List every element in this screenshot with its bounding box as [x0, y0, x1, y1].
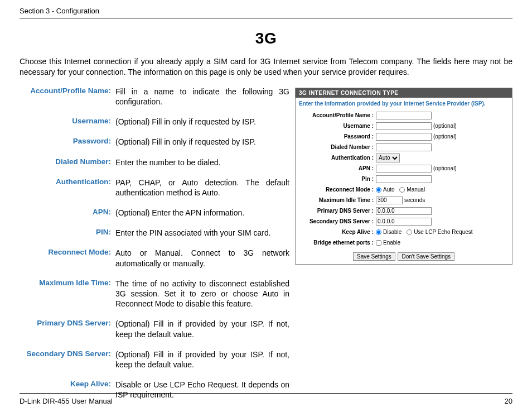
def-label: Secondary DNS Server: — [20, 349, 115, 370]
radio-label-lcp: Use LCP Echo Request — [414, 229, 472, 235]
label-pin: Pin : — [299, 176, 376, 182]
def-row: Secondary DNS Server:(Optional) Fill in … — [20, 349, 289, 370]
panel-subtitle: Enter the information provided by your I… — [296, 98, 512, 111]
label-apn: APN : — [299, 165, 376, 171]
input-idle[interactable] — [376, 197, 403, 204]
config-panel: 3G INTERNET CONNECTION TYPE Enter the in… — [295, 88, 512, 265]
footer-left: D-Link DIR-455 User Manual — [20, 397, 113, 405]
radio-label-manual: Manual — [407, 186, 425, 193]
def-desc: Enter the PIN associated with your SIM c… — [115, 228, 289, 238]
def-label: Maximum Idle Time: — [20, 279, 115, 309]
label-bridge: Bridge ethernet ports : — [299, 239, 376, 246]
def-row: APN:(Optional) Enter the APN information… — [20, 208, 289, 218]
label-account: Account/Profile Name : — [299, 112, 376, 118]
radio-ka-disable[interactable] — [376, 229, 381, 235]
input-pin[interactable] — [376, 175, 432, 183]
def-label: PIN: — [20, 228, 115, 238]
save-settings-button[interactable]: Save Settings — [353, 252, 395, 261]
def-row: Authentication:PAP, CHAP, or Auto detect… — [20, 178, 289, 198]
label-dialed: Dialed Number : — [299, 144, 376, 150]
input-dialed[interactable] — [376, 143, 432, 151]
select-auth[interactable]: Auto — [376, 154, 400, 162]
checkbox-label-enable: Enable — [383, 239, 400, 246]
def-row: Username:(Optional) Fill in only if requ… — [20, 117, 289, 127]
def-desc: Fill in a name to indicate the following… — [115, 87, 289, 107]
optional-hint: (optional) — [433, 133, 457, 140]
label-sdns: Secondary DNS Server : — [299, 218, 376, 224]
dont-save-settings-button[interactable]: Don't Save Settings — [398, 252, 454, 261]
page-footer: D-Link DIR-455 User Manual 20 — [20, 393, 512, 405]
def-row: Dialed Number:Enter the number to be dia… — [20, 157, 289, 167]
def-label: APN: — [20, 208, 115, 218]
def-label: Username: — [20, 117, 115, 127]
def-row: Password:(Optional) Fill in only if requ… — [20, 137, 289, 147]
def-label: Authentication: — [20, 178, 115, 198]
def-desc: The time of no activity to disconnect es… — [115, 279, 289, 309]
label-auth: Authentication : — [299, 155, 376, 161]
input-pdns[interactable] — [376, 207, 432, 215]
label-pdns: Primary DNS Server : — [299, 208, 376, 214]
section-header: Section 3 - Configuration — [20, 7, 512, 18]
optional-hint: (optional) — [433, 123, 457, 129]
def-desc: (Optional) Fill in only if requested by … — [115, 117, 289, 127]
footer-right: 20 — [505, 397, 512, 405]
def-desc: (Optional) Fill in only if requested by … — [115, 137, 289, 147]
def-row: Maximum Idle Time:The time of no activit… — [20, 279, 289, 309]
label-username: Username : — [299, 123, 376, 129]
def-label: Primary DNS Server: — [20, 319, 115, 339]
label-idle: Maximum Idle Time : — [299, 197, 376, 203]
def-row: Reconnect Mode:Auto or Manual. Connect t… — [20, 248, 289, 268]
radio-reconnect-auto[interactable] — [376, 187, 381, 193]
def-label: Password: — [20, 137, 115, 147]
def-row: Bridge Ethernet Ports:Activate this feat… — [20, 410, 289, 412]
def-label: Bridge Ethernet Ports: — [20, 410, 115, 412]
def-desc: (Optional) Fill in if provided by your I… — [115, 319, 289, 339]
radio-ka-lcp[interactable] — [407, 229, 412, 235]
panel-buttons: Save Settings Don't Save Settings — [296, 249, 512, 262]
def-desc: (Optional) Enter the APN information. — [115, 208, 289, 218]
radio-label-auto: Auto — [383, 186, 395, 193]
optional-hint: (optional) — [433, 165, 457, 171]
input-apn[interactable] — [376, 165, 432, 173]
def-label: Account/Profile Name: — [20, 87, 115, 107]
input-sdns[interactable] — [376, 218, 432, 226]
label-password: Password : — [299, 133, 376, 140]
content-wrap: Account/Profile Name:Fill in a name to i… — [20, 87, 512, 412]
label-keepalive: Keep Alive : — [299, 229, 376, 235]
def-desc: Enter the number to be dialed. — [115, 157, 289, 167]
def-row: Account/Profile Name:Fill in a name to i… — [20, 87, 289, 107]
checkbox-bridge[interactable] — [376, 240, 381, 246]
def-row: PIN:Enter the PIN associated with your S… — [20, 228, 289, 238]
idle-unit: seconds — [404, 197, 425, 203]
def-label: Dialed Number: — [20, 157, 115, 167]
def-desc: Auto or Manual. Connect to 3G network au… — [115, 248, 289, 268]
def-label: Reconnect Mode: — [20, 248, 115, 268]
radio-reconnect-manual[interactable] — [399, 187, 405, 193]
label-reconnect: Reconnect Mode : — [299, 186, 376, 193]
input-username[interactable] — [376, 122, 432, 130]
radio-label-disable: Disable — [383, 229, 402, 235]
definitions-list: Account/Profile Name:Fill in a name to i… — [20, 87, 289, 412]
intro-paragraph: Choose this Internet connection if you a… — [20, 56, 512, 78]
page-title: 3G — [20, 30, 512, 47]
input-account[interactable] — [376, 112, 432, 119]
panel-header: 3G INTERNET CONNECTION TYPE — [296, 88, 512, 98]
input-password[interactable] — [376, 133, 432, 141]
def-desc: (Optional) Fill in if provided by your I… — [115, 349, 289, 370]
def-desc: PAP, CHAP, or Auto detection. The defaul… — [115, 178, 289, 198]
def-desc: Activate this feature to change Ethernet… — [115, 410, 289, 412]
def-row: Primary DNS Server:(Optional) Fill in if… — [20, 319, 289, 339]
